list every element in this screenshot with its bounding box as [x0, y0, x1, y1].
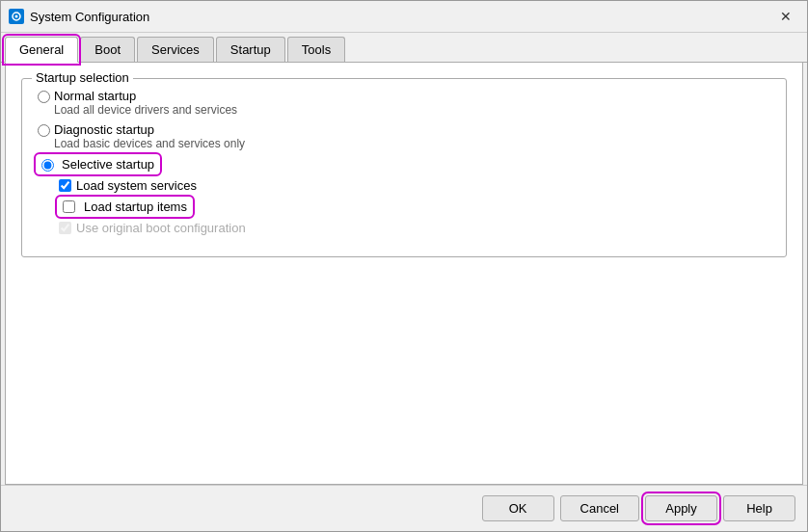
selective-startup-radio[interactable]: [41, 159, 54, 172]
apply-button[interactable]: Apply: [645, 495, 717, 521]
startup-selection-group: Startup selection Normal startup Load al…: [21, 78, 787, 257]
selective-checkboxes: Load system services Load startup items …: [59, 178, 770, 235]
tab-tools[interactable]: Tools: [287, 37, 345, 62]
diagnostic-startup-option: Diagnostic startup Load basic devices an…: [38, 122, 770, 150]
selective-startup-label: Selective startup: [62, 157, 154, 172]
load-startup-items-label: Load startup items: [84, 200, 187, 214]
close-button[interactable]: ✕: [772, 7, 799, 26]
tab-boot[interactable]: Boot: [80, 37, 135, 62]
svg-point-1: [15, 15, 18, 18]
ok-button[interactable]: OK: [482, 495, 554, 521]
normal-startup-radio[interactable]: [38, 91, 50, 103]
tab-startup[interactable]: Startup: [216, 37, 285, 62]
diagnostic-startup-sublabel: Load basic devices and services only: [54, 137, 245, 150]
load-startup-highlight: Load startup items: [59, 199, 191, 215]
normal-startup-label: Normal startup: [54, 89, 237, 103]
use-original-boot-label: Use original boot configuration: [76, 221, 246, 235]
use-original-boot-item: Use original boot configuration: [59, 221, 770, 235]
load-startup-items-checkbox[interactable]: [63, 200, 75, 213]
app-icon: [9, 9, 24, 24]
cancel-button[interactable]: Cancel: [560, 495, 639, 521]
window-title: System Configuration: [30, 10, 772, 24]
normal-startup-option: Normal startup Load all device drivers a…: [38, 89, 770, 117]
normal-startup-sublabel: Load all device drivers and services: [54, 103, 237, 117]
load-system-services-checkbox[interactable]: [59, 179, 71, 192]
selective-startup-option: Selective startup: [38, 156, 770, 173]
help-button[interactable]: Help: [723, 495, 795, 521]
group-title: Startup selection: [32, 70, 133, 85]
tab-general[interactable]: General: [5, 37, 78, 63]
footer: OK Cancel Apply Help: [1, 485, 807, 531]
tab-content: Startup selection Normal startup Load al…: [5, 63, 803, 485]
title-bar: System Configuration ✕: [1, 1, 807, 33]
diagnostic-startup-label: Diagnostic startup: [54, 122, 245, 137]
tab-bar: General Boot Services Startup Tools: [1, 33, 807, 63]
diagnostic-startup-radio[interactable]: [38, 124, 50, 137]
load-startup-items-item: Load startup items: [59, 199, 770, 215]
tab-services[interactable]: Services: [137, 37, 214, 62]
system-configuration-window: System Configuration ✕ General Boot Serv…: [0, 0, 808, 532]
load-system-services-item: Load system services: [59, 178, 770, 193]
selective-startup-highlight: Selective startup: [38, 156, 158, 173]
load-system-services-label: Load system services: [76, 178, 197, 193]
use-original-boot-checkbox: [59, 222, 71, 234]
